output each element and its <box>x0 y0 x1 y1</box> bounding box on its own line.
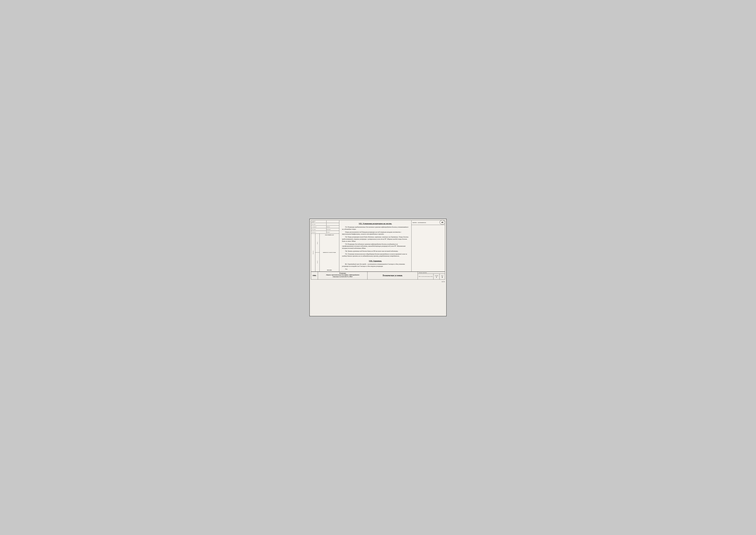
album-value: I <box>436 276 437 278</box>
rotated-label-1: Изменения <box>313 251 313 254</box>
footer-right-section: Типовые проекты 704-1- 42, 43, 44, 45, 4… <box>418 272 445 279</box>
para-7-4: 7.4. Уровень грунтовых вод должен быть н… <box>342 250 409 252</box>
album-label: Альбом <box>435 275 438 276</box>
rotated-label-3: Лист № <box>317 261 318 264</box>
para-7-5-num: 7.5. <box>345 253 347 255</box>
ussr-label: ГОССТРОЙ СССР <box>325 234 334 236</box>
stamp-value-2 <box>327 224 339 224</box>
stamp-value-5: Токарева <box>327 232 339 233</box>
stamp-label-2: Нач. отдела <box>311 223 327 225</box>
footer-main-label: Технические условия. <box>383 274 403 277</box>
stamp-row-5: Исполнитель Токарева <box>311 231 339 234</box>
footer-sheet: Лист б <box>440 274 445 279</box>
footer-title-line2: сборные горизонтальные для нефти, нефтеп… <box>319 274 366 276</box>
stamp-row-3: Гл. специалист Мгрейсер <box>311 226 339 228</box>
stamp-value-3: Мгрейсер <box>327 226 339 227</box>
section7-title: VII. Установка резервуаров на место. <box>342 222 409 225</box>
stamp-value-4: Плав Корин <box>327 229 339 230</box>
document-page: 46 Гл.инженерпроекта Нач. отдела Гл. спе… <box>310 219 446 316</box>
stamp-label-1: Гл.инженерпроекта <box>311 220 327 223</box>
footer-title-line1: Резервуары <box>319 272 366 274</box>
para-7-3-num: 7.3. <box>345 243 347 245</box>
stamp-row-2: Нач. отдела <box>311 223 339 226</box>
stamp-label-5: Исполнитель <box>311 231 327 233</box>
para-7-4-text: Уровень грунтовых вод должен быть на 500… <box>348 250 398 252</box>
sheet-value: б <box>442 276 443 278</box>
main-layout: Гл.инженерпроекта Нач. отдела Гл. специа… <box>311 220 445 271</box>
para-7-5-text: Установка технологического оборудования … <box>342 253 407 257</box>
footer-right-bottom: 704-1- 42, 43, 44, 45, 46, 47, 48. Альбо… <box>418 274 445 279</box>
para-7-5: 7.5. Установка технологического оборудов… <box>342 253 409 257</box>
footer-album: Альбом I <box>433 274 440 279</box>
footer: 1968г. Резервуары сборные горизонтальные… <box>311 271 445 280</box>
footer-main: Технические условия. <box>367 272 418 279</box>
footer-standards: 704-1- 42, 43, 44, 45, 46, 47, 48. <box>418 274 433 279</box>
stamp-label-3: Гл. специалист <box>311 226 327 228</box>
para-7-1: 7.1. Резервуары предназначенные для назе… <box>342 226 409 231</box>
right-area: заводом – изготовителем. <box>411 220 445 271</box>
sheet-label: Лист <box>441 275 444 276</box>
footer-title-block: Резервуары сборные горизонтальные для не… <box>318 272 367 279</box>
right-content <box>412 225 445 271</box>
footer-standards-prefix: Типовые проекты <box>418 272 445 274</box>
para-7-2: 7.2. Опоры резервуаров могут быть бетонн… <box>342 236 409 242</box>
para-7-2-text: Опоры резервуаров могут быть бетонные, к… <box>342 236 409 242</box>
para-7-opory: Опоры располагаются под днищами резервуа… <box>342 231 409 236</box>
para-8-1: 8.1. Гарантийный срок для завода – изгот… <box>342 263 409 268</box>
city-label: МОСКВА <box>327 269 332 271</box>
stamp-value-1 <box>327 221 339 222</box>
stamp-row-1: Гл.инженерпроекта <box>311 220 339 223</box>
para-7-1-text: Резервуары предназначенные для наземного… <box>342 226 408 230</box>
para-8-1-num: 8.1. <box>345 264 347 265</box>
footer-year: 1968г. <box>311 272 318 279</box>
org-label: ЦНИИПРОЕКТСТАЛЬКОНСТРУКЦИЯ <box>323 252 336 253</box>
stamp-row-4: Нач. группы Плав Корин <box>311 228 339 231</box>
stamp-label-4: Нач. группы <box>311 228 327 231</box>
ona-text: Она <box>345 268 347 270</box>
para-8-1-text: Гарантийный срок для завода – изготовите… <box>342 264 405 267</box>
page-number: 46 <box>440 220 445 224</box>
para-7-3-text: Резервуары для подземного хранения нефте… <box>342 243 405 249</box>
section8-title: VIII. Гарантии. <box>342 260 409 262</box>
rotated-label-2: Листов <box>317 242 318 244</box>
para-7-3: 7.3. Резервуары для подземного хранения … <box>342 243 409 249</box>
content-area: VII. Установка резервуаров на место. 7.1… <box>339 220 411 271</box>
para-7-1-num: 7.1. <box>345 226 347 228</box>
footer-title-line3: ёмкостью 3,5,10,25,50,75 и 100м³ <box>319 276 366 278</box>
ona-region: Она <box>342 268 409 270</box>
standards-prefix-text: Типовые проекты <box>419 272 427 273</box>
para-7-2-num: 7.2. <box>345 236 347 238</box>
para-7-4-num: 7.4. <box>345 250 347 252</box>
doc-number: 82718 <box>310 281 446 283</box>
